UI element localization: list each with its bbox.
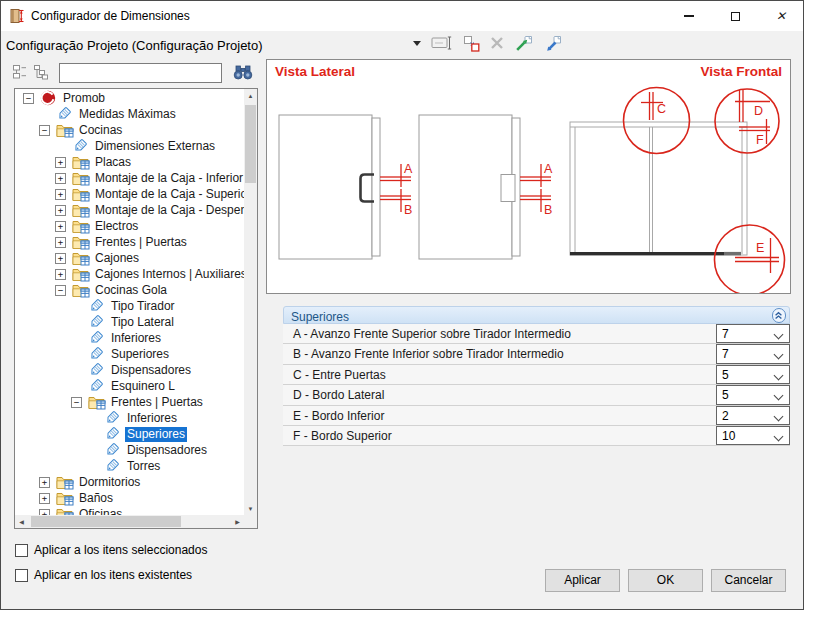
tree-item-label: Placas xyxy=(93,155,133,170)
tree-item[interactable]: +Placas xyxy=(15,154,244,170)
tree-item[interactable]: Dispensadores xyxy=(15,442,244,458)
delete-profile-button[interactable] xyxy=(490,33,504,53)
tree-item[interactable]: Torres xyxy=(15,458,244,474)
tree-item[interactable]: +Dormitorios xyxy=(15,474,244,490)
tree-item[interactable]: Superiores xyxy=(15,426,244,442)
collapse-toggle[interactable]: − xyxy=(39,125,50,136)
tree-item[interactable]: −Cocinas xyxy=(15,122,244,138)
tree-item[interactable]: Tipo Tirador xyxy=(15,298,244,314)
minimize-icon xyxy=(684,15,694,16)
dim-label-d: D xyxy=(754,104,763,118)
expand-toggle[interactable]: + xyxy=(55,269,66,280)
profile-toolbar xyxy=(413,33,562,53)
close-icon: ✕ xyxy=(776,10,786,22)
minimize-button[interactable] xyxy=(666,1,712,31)
vista-lateral-label: Vista Lateral xyxy=(275,64,355,79)
collapse-toggle[interactable]: − xyxy=(71,397,82,408)
tree-item[interactable]: Medidas Máximas xyxy=(15,106,244,122)
collapse-all-button[interactable] xyxy=(11,63,29,81)
tree-item[interactable]: Inferiores xyxy=(15,410,244,426)
maximize-button[interactable] xyxy=(712,1,758,31)
titlebar[interactable]: Configurador de Dimensiones ✕ xyxy=(1,1,803,31)
expand-toggle[interactable]: + xyxy=(55,237,66,248)
expand-all-button[interactable] xyxy=(32,63,50,81)
expand-toggle[interactable]: + xyxy=(55,205,66,216)
ok-button[interactable]: OK xyxy=(628,569,703,592)
expand-toggle[interactable]: + xyxy=(55,173,66,184)
tree-item[interactable]: −Promob xyxy=(15,90,244,106)
scroll-down-arrow[interactable]: ▼ xyxy=(244,502,257,515)
expand-toggle[interactable]: + xyxy=(55,253,66,264)
parameter-value-dropdown[interactable]: 2 xyxy=(716,406,790,425)
tree-item[interactable]: Inferiores xyxy=(15,330,244,346)
tree-item[interactable]: +Cajones xyxy=(15,250,244,266)
parameter-table: A - Avanzo Frente Superior sobre Tirador… xyxy=(283,324,790,446)
tree-item[interactable]: +Oficinas xyxy=(15,506,244,515)
expand-toggle[interactable]: + xyxy=(39,477,50,488)
tree-item[interactable]: −Cocinas Gola xyxy=(15,282,244,298)
tree-item[interactable]: Superiores xyxy=(15,346,244,362)
tree-item-label: Dimensiones Externas xyxy=(93,139,217,154)
tree-item[interactable]: Esquinero L xyxy=(15,378,244,394)
collapse-group-button[interactable] xyxy=(772,308,787,323)
tree-item[interactable]: Tipo Lateral xyxy=(15,314,244,330)
parameter-label: B - Avanzo Frente Inferior sobre Tirador… xyxy=(283,344,716,363)
parameter-row: A - Avanzo Frente Superior sobre Tirador… xyxy=(283,324,790,344)
parameter-value-dropdown[interactable]: 5 xyxy=(716,385,790,404)
expand-tree-icon xyxy=(33,64,49,80)
vertical-scroll-thumb[interactable] xyxy=(245,105,256,183)
collapse-toggle[interactable]: − xyxy=(23,93,34,104)
callout-circle-e xyxy=(715,225,785,293)
search-button[interactable] xyxy=(232,63,254,82)
folder-icon xyxy=(72,203,90,218)
parameter-value-dropdown[interactable]: 5 xyxy=(716,365,790,384)
apply-selected-items-checkbox[interactable]: Aplicar a los itens seleccionados xyxy=(15,543,207,557)
tree-horizontal-scrollbar[interactable]: ◀ ▶ xyxy=(15,515,244,528)
tree-item[interactable]: +Montaje de la Caja - Despens xyxy=(15,202,244,218)
tree-item[interactable]: +Frentes | Puertas xyxy=(15,234,244,250)
expand-toggle[interactable]: + xyxy=(55,189,66,200)
parameter-value-dropdown[interactable]: 10 xyxy=(716,426,790,445)
tree-item[interactable]: +Baños xyxy=(15,490,244,506)
scroll-left-arrow[interactable]: ◀ xyxy=(15,515,28,528)
collapse-toggle[interactable]: − xyxy=(55,285,66,296)
delete-x-icon xyxy=(490,36,504,50)
dim-label-b2: B xyxy=(544,203,552,217)
apply-button[interactable]: Aplicar xyxy=(545,569,620,592)
import-profile-button[interactable] xyxy=(543,33,562,53)
tree-item[interactable]: Dispensadores xyxy=(15,362,244,378)
tree-item[interactable]: Dimensiones Externas xyxy=(15,138,244,154)
tree-item[interactable]: −Frentes | Puertas xyxy=(15,394,244,410)
checkbox-icon[interactable] xyxy=(15,544,28,557)
tree-item[interactable]: +Montaje de la Caja - Superior xyxy=(15,186,244,202)
cancel-button[interactable]: Cancelar xyxy=(711,569,786,592)
expand-toggle[interactable]: + xyxy=(55,221,66,232)
tree-item-label: Esquinero L xyxy=(109,379,177,394)
horizontal-scroll-thumb[interactable] xyxy=(31,516,181,527)
folder-icon xyxy=(72,187,90,202)
tree-vertical-scrollbar[interactable]: ▲ ▼ xyxy=(244,89,257,515)
tree-item-label: Dispensadores xyxy=(109,363,193,378)
tree-item-label: Cajones Internos | Auxiliares xyxy=(93,267,244,282)
scrollbar-corner xyxy=(244,515,257,528)
scroll-right-arrow[interactable]: ▶ xyxy=(231,515,244,528)
apply-existing-items-checkbox[interactable]: Aplicar en los itens existentes xyxy=(15,568,192,582)
tree-item[interactable]: +Montaje de la Caja - Inferior xyxy=(15,170,244,186)
tree-item[interactable]: +Cajones Internos | Auxiliares xyxy=(15,266,244,282)
expand-toggle[interactable]: + xyxy=(39,493,50,504)
expand-toggle[interactable]: + xyxy=(55,157,66,168)
rename-profile-button[interactable] xyxy=(431,33,453,53)
export-profile-button[interactable] xyxy=(514,33,533,53)
desktop-background: Configurador de Dimensiones ✕ Configuraç… xyxy=(0,0,831,617)
scroll-up-arrow[interactable]: ▲ xyxy=(244,89,257,102)
checkbox-icon[interactable] xyxy=(15,569,28,582)
copy-profile-button[interactable] xyxy=(463,33,480,53)
tree-search-input[interactable] xyxy=(59,63,222,83)
close-button[interactable]: ✕ xyxy=(758,1,804,31)
tree-item-label: Inferiores xyxy=(125,411,179,426)
folder-icon xyxy=(56,123,74,138)
parameter-value-dropdown[interactable]: 7 xyxy=(716,344,790,363)
profile-dropdown-button[interactable] xyxy=(413,33,421,53)
parameter-value-dropdown[interactable]: 7 xyxy=(716,324,790,343)
tree-item[interactable]: +Electros xyxy=(15,218,244,234)
